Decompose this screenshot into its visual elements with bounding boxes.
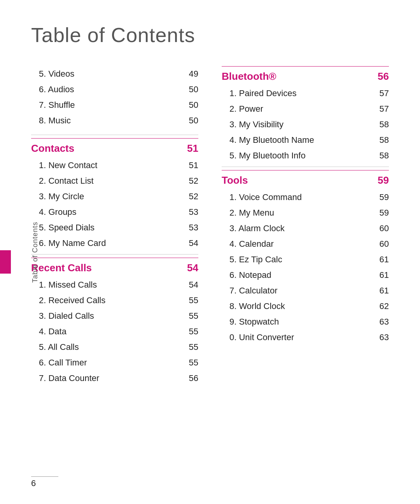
- toc-item-page: 53: [189, 223, 198, 233]
- toc-item-label: 2. My Menu: [229, 208, 274, 218]
- toc-item: 8. Music 50: [31, 113, 198, 128]
- toc-item-page: 50: [189, 100, 198, 110]
- toc-item-label: 1. Missed Calls: [39, 280, 97, 290]
- toc-item-page: 59: [380, 208, 389, 218]
- toc-item-label: 6. My Name Card: [39, 238, 106, 248]
- toc-item: 7. Data Counter 56: [31, 371, 198, 386]
- toc-item-page: 55: [189, 295, 198, 306]
- toc-item-page: 55: [189, 342, 198, 352]
- toc-item-page: 61: [380, 286, 389, 296]
- right-sections: Bluetooth® 56 1. Paired Devices 57 2. Po…: [222, 66, 389, 345]
- toc-item-label: 5. Ez Tip Calc: [229, 255, 282, 265]
- toc-item-page: 61: [380, 270, 389, 280]
- toc-item-label: 2. Power: [229, 104, 263, 114]
- toc-item-label: 2. Contact List: [39, 176, 94, 186]
- toc-item: 2. Power 57: [222, 101, 389, 117]
- section-page: 59: [378, 174, 389, 186]
- section-page: 51: [187, 142, 198, 155]
- toc-item-page: 49: [189, 69, 198, 79]
- toc-item: 0. Unit Converter 63: [222, 330, 389, 345]
- toc-item: 5. All Calls 55: [31, 339, 198, 355]
- toc-item-page: 60: [380, 223, 389, 234]
- toc-item-label: 6. Audios: [39, 84, 74, 95]
- section-page: 56: [378, 70, 389, 83]
- toc-item-page: 58: [380, 119, 389, 130]
- toc-item-label: 4. Data: [39, 327, 66, 337]
- toc-item-label: 3. My Circle: [39, 191, 84, 202]
- toc-item: 4. My Bluetooth Name 58: [222, 132, 389, 148]
- section-title: Tools: [222, 174, 248, 186]
- toc-item-page: 60: [380, 239, 389, 249]
- section-divider: [31, 254, 198, 255]
- toc-item-page: 50: [189, 116, 198, 126]
- section-header: Contacts 51: [31, 138, 198, 155]
- toc-item-label: 4. My Bluetooth Name: [229, 135, 314, 145]
- toc-item: 3. My Visibility 58: [222, 117, 389, 132]
- toc-item: 3. Dialed Calls 55: [31, 308, 198, 324]
- sidebar-bar: [0, 250, 11, 274]
- toc-item: 4. Data 55: [31, 324, 198, 339]
- toc-item: 7. Calculator 61: [222, 283, 389, 299]
- page-container: Table of Contents Table of Contents 5. V…: [0, 0, 420, 504]
- toc-item: 3. Alarm Clock 60: [222, 221, 389, 236]
- toc-item-label: 8. Music: [39, 116, 71, 126]
- section-title: Contacts: [31, 142, 74, 155]
- toc-item-page: 51: [189, 160, 198, 170]
- toc-item: 4. Groups 53: [31, 204, 198, 220]
- toc-item-page: 55: [189, 327, 198, 337]
- toc-item-page: 54: [189, 280, 198, 290]
- toc-item-page: 55: [189, 358, 198, 368]
- toc-item-label: 7. Data Counter: [39, 373, 99, 383]
- toc-item: 6. My Name Card 54: [31, 235, 198, 251]
- toc-item: 6. Notepad 61: [222, 267, 389, 283]
- toc-item: 5. Ez Tip Calc 61: [222, 252, 389, 267]
- toc-item-label: 4. Calendar: [229, 239, 274, 249]
- bottom-line: [31, 476, 58, 477]
- toc-item-page: 54: [189, 238, 198, 248]
- toc-item-label: 1. Paired Devices: [229, 88, 296, 98]
- toc-item-page: 58: [380, 151, 389, 161]
- intro-items: 5. Videos 49 6. Audios 50 7. Shuffle 50 …: [31, 66, 198, 128]
- toc-item-page: 58: [380, 135, 389, 145]
- sidebar-label: Table of Contents: [31, 221, 39, 283]
- toc-item: 9. Stopwatch 63: [222, 314, 389, 330]
- left-column: 5. Videos 49 6. Audios 50 7. Shuffle 50 …: [31, 66, 198, 386]
- toc-item-label: 7. Shuffle: [39, 100, 75, 110]
- toc-item-label: 9. Stopwatch: [229, 317, 279, 327]
- toc-item: 7. Shuffle 50: [31, 97, 198, 113]
- toc-item-label: 2. Received Calls: [39, 295, 105, 306]
- section-header: Bluetooth® 56: [222, 66, 389, 83]
- toc-item-page: 63: [380, 317, 389, 327]
- page-title: Table of Contents: [31, 23, 389, 47]
- section-title: Recent Calls: [31, 262, 92, 274]
- toc-item-page: 56: [189, 373, 198, 383]
- toc-item-page: 63: [380, 332, 389, 342]
- toc-item-page: 50: [189, 84, 198, 95]
- toc-item-page: 57: [380, 88, 389, 98]
- toc-item: 3. My Circle 52: [31, 189, 198, 204]
- toc-item: 2. Received Calls 55: [31, 293, 198, 308]
- toc-item-page: 61: [380, 255, 389, 265]
- toc-item: 2. My Menu 59: [222, 205, 389, 221]
- intro-divider: [31, 135, 198, 135]
- toc-item-page: 55: [189, 311, 198, 321]
- toc-item-label: 3. My Visibility: [229, 119, 284, 130]
- section-header: Recent Calls 54: [31, 258, 198, 274]
- toc-item-label: 5. Videos: [39, 69, 74, 79]
- toc-item-page: 53: [189, 207, 198, 217]
- toc-item-label: 6. Notepad: [229, 270, 271, 280]
- section-divider: [222, 167, 389, 167]
- toc-item-page: 52: [189, 191, 198, 202]
- content-columns: 5. Videos 49 6. Audios 50 7. Shuffle 50 …: [31, 66, 389, 386]
- toc-item: 8. World Clock 62: [222, 299, 389, 314]
- section-title: Bluetooth®: [222, 70, 276, 83]
- toc-item: 4. Calendar 60: [222, 236, 389, 252]
- toc-item-label: 5. All Calls: [39, 342, 79, 352]
- toc-item-label: 7. Calculator: [229, 286, 278, 296]
- section-page: 54: [187, 262, 198, 274]
- toc-item-page: 52: [189, 176, 198, 186]
- toc-item: 6. Audios 50: [31, 82, 198, 97]
- toc-item-page: 59: [380, 192, 389, 202]
- toc-item: 2. Contact List 52: [31, 173, 198, 189]
- toc-item: 5. My Bluetooth Info 58: [222, 148, 389, 163]
